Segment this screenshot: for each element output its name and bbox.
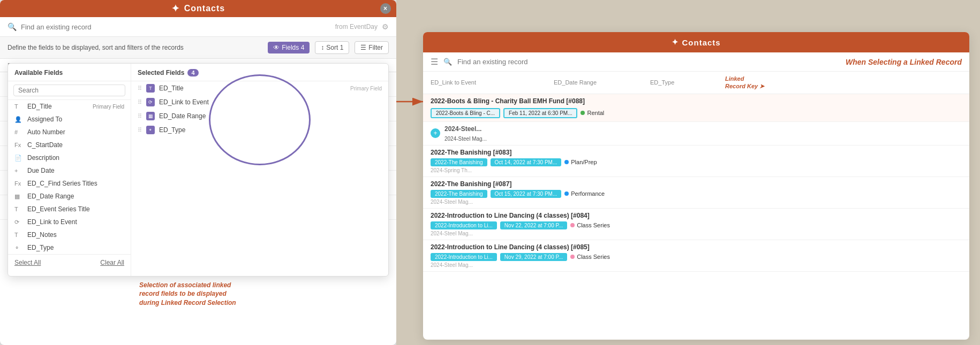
fields-dropdown: Available Fields T ED_Title Primary Fiel… bbox=[7, 63, 389, 277]
right-col3-header: ED_Type bbox=[650, 79, 714, 86]
field-item-due-date[interactable]: + Due Date bbox=[8, 164, 131, 177]
filter-description: Define the fields to be displayed, sort … bbox=[7, 44, 262, 51]
right-panel: ✦ Contacts ☰ 🔍 When Selecting a Linked R… bbox=[396, 0, 980, 345]
field-item-assigned-to[interactable]: 👤 Assigned To bbox=[8, 113, 131, 126]
selected-field-ed-date-range[interactable]: ⠿ ▦ ED_Date Range bbox=[131, 109, 388, 123]
right-top-bar: ✦ Contacts bbox=[423, 32, 969, 52]
right-table-area: ☰ 🔍 When Selecting a Linked Record ED_Li… bbox=[423, 52, 969, 340]
tag-mag: 2024-Steel Mag... bbox=[444, 136, 487, 142]
filter-bar: Define the fields to be displayed, sort … bbox=[0, 37, 396, 59]
field-color-icon2: ⟳ bbox=[146, 98, 155, 106]
field-item-auto-number[interactable]: # Auto Number bbox=[8, 126, 131, 139]
drag-icon4: ⠿ bbox=[138, 127, 142, 134]
hamburger-icon[interactable]: ☰ bbox=[431, 57, 438, 67]
tag-link-highlighted: 2022-Boots & Bling - C... bbox=[431, 108, 500, 118]
field-item-ed-event-series[interactable]: T ED_Event Series Title bbox=[8, 203, 131, 216]
right-col2-header: ED_Date Range bbox=[554, 79, 650, 86]
field-color-icon: T bbox=[146, 84, 155, 93]
field-item-description[interactable]: 📄 Description bbox=[8, 151, 131, 164]
user-icon: 👤 bbox=[14, 116, 23, 123]
from-eventday-label: from EventDay bbox=[335, 23, 378, 30]
search-bar: 🔍 from EventDay ⚙ bbox=[0, 17, 396, 37]
right-search-input[interactable] bbox=[457, 58, 830, 66]
selected-count-badge: 4 bbox=[187, 69, 198, 76]
text-icon3: T bbox=[14, 232, 23, 238]
fx-icon2: Fx bbox=[14, 180, 23, 187]
plus-icon: + bbox=[14, 167, 23, 174]
field-color-icon3: ▦ bbox=[146, 112, 155, 120]
selected-fields-panel: Selected Fields 4 ⠿ T ED_Title Primary F… bbox=[131, 64, 388, 276]
right-search-row: ☰ 🔍 When Selecting a Linked Record bbox=[423, 52, 969, 72]
record-tags: 2022-The Banishing Oct 15, 2022 at 7:30 … bbox=[431, 190, 962, 198]
record-tags: 2022-Introduction to Li... Nov 22, 2022 … bbox=[431, 221, 962, 229]
gear-icon[interactable]: ⚙ bbox=[382, 22, 389, 31]
left-top-bar: ✦ Contacts × bbox=[0, 0, 396, 17]
search-icon2: 🔍 bbox=[443, 58, 452, 66]
field-item-ed-find-series[interactable]: Fx ED_C_Find Series Titles bbox=[8, 177, 131, 190]
add-record-icon[interactable]: + bbox=[431, 128, 440, 138]
fields-button[interactable]: 👁 Fields 4 bbox=[268, 42, 310, 53]
search-input[interactable] bbox=[21, 23, 331, 31]
record-title: 2022-Boots & Bling - Charity Ball EMH Fu… bbox=[431, 97, 962, 105]
dot-blue2 bbox=[564, 191, 569, 196]
left-panel-title: Contacts bbox=[184, 4, 225, 13]
right-col1-header: ED_Link to Event bbox=[431, 79, 554, 86]
field-search-input[interactable] bbox=[13, 85, 125, 96]
tag-date: Nov 29, 2022 at 7:00 P... bbox=[500, 253, 567, 261]
field-item-c-startdate[interactable]: Fx C_StartDate bbox=[8, 139, 131, 151]
dot-blue bbox=[564, 160, 569, 164]
tag-link: 2022-Introduction to Li... bbox=[431, 253, 497, 261]
filter-icon: ☰ bbox=[360, 44, 366, 51]
tag-date: Nov 22, 2022 at 7:00 P... bbox=[500, 221, 567, 229]
record-title: 2022-Introduction to Line Dancing (4 cla… bbox=[431, 243, 962, 251]
right-table-header: ED_Link to Event ED_Date Range ED_Type L… bbox=[423, 72, 969, 94]
tag-date-highlighted: Feb 11, 2022 at 6:30 PM... bbox=[503, 108, 577, 118]
fx-icon: Fx bbox=[14, 142, 23, 148]
tag-type: Plan/Prep bbox=[564, 159, 597, 165]
eye-icon: 👁 bbox=[273, 44, 280, 51]
clear-all-button[interactable]: Clear All bbox=[100, 259, 124, 266]
right-panel-title: Contacts bbox=[682, 38, 720, 47]
tag-link: 2022-Introduction to Li... bbox=[431, 221, 497, 229]
sub-tag: 2024-Steel Mag... bbox=[431, 262, 962, 268]
drag-icon3: ⠿ bbox=[138, 113, 142, 120]
tag-link: 2022-The Banishing bbox=[431, 190, 487, 198]
dot-pink bbox=[570, 223, 575, 227]
when-selecting-heading: When Selecting a Linked Record bbox=[846, 58, 962, 66]
table-row[interactable]: + 2024-Steel... 2024-Steel Mag... bbox=[423, 122, 969, 145]
tag-date: Oct 15, 2022 at 7:30 PM... bbox=[491, 190, 562, 198]
field-item-ed-title[interactable]: T ED_Title Primary Field bbox=[8, 100, 131, 113]
contacts-icon2: ✦ bbox=[672, 37, 679, 47]
table-row[interactable]: 2022-Introduction to Line Dancing (4 cla… bbox=[423, 240, 969, 272]
selected-field-ed-link[interactable]: ⠿ ⟳ ED_Link to Event bbox=[131, 95, 388, 109]
record-title: 2022-Introduction to Line Dancing (4 cla… bbox=[431, 212, 962, 219]
selected-field-ed-title[interactable]: ⠿ T ED_Title Primary Field bbox=[131, 81, 388, 95]
close-button[interactable]: × bbox=[380, 3, 391, 14]
available-fields-panel: Available Fields T ED_Title Primary Fiel… bbox=[8, 64, 131, 276]
sort-button[interactable]: ↕ Sort 1 bbox=[315, 41, 349, 54]
record-tags: 2022-Introduction to Li... Nov 29, 2022 … bbox=[431, 253, 962, 261]
field-item-ed-link-event[interactable]: ⟳ ED_Link to Event bbox=[8, 216, 131, 228]
tag-type: Performance bbox=[564, 190, 605, 197]
table-row[interactable]: 2022-The Banishing [#087] 2022-The Banis… bbox=[423, 177, 969, 209]
link-icon: ⟳ bbox=[14, 219, 23, 226]
grid-icon: ▦ bbox=[14, 193, 23, 200]
filter-button[interactable]: ☰ Filter bbox=[355, 41, 389, 54]
field-item-ed-notes[interactable]: T ED_Notes bbox=[8, 228, 131, 241]
text-icon: T bbox=[14, 103, 23, 110]
sub-tag: 2024-Spring Th... bbox=[431, 167, 962, 173]
table-row[interactable]: 2022-The Banishing [#083] 2022-The Banis… bbox=[423, 145, 969, 177]
field-item-ed-date-range[interactable]: ▦ ED_Date Range bbox=[8, 190, 131, 203]
table-row[interactable]: 2022-Boots & Bling - Charity Ball EMH Fu… bbox=[423, 94, 969, 122]
number-icon: # bbox=[14, 129, 23, 135]
record-title: 2024-Steel... bbox=[444, 125, 962, 133]
circle-icon: ⚬ bbox=[14, 244, 23, 251]
field-item-ed-type[interactable]: ⚬ ED_Type bbox=[8, 241, 131, 254]
dropdown-footer: Select All Clear All bbox=[8, 254, 131, 271]
tag-type-highlighted: Rental bbox=[581, 110, 604, 116]
selected-field-ed-type[interactable]: ⠿ ⚬ ED_Type bbox=[131, 123, 388, 137]
table-row[interactable]: 2022-Introduction to Line Dancing (4 cla… bbox=[423, 209, 969, 240]
tag-type: Class Series bbox=[570, 254, 610, 260]
select-all-button[interactable]: Select All bbox=[14, 259, 41, 266]
contacts-icon: ✦ bbox=[171, 3, 180, 14]
